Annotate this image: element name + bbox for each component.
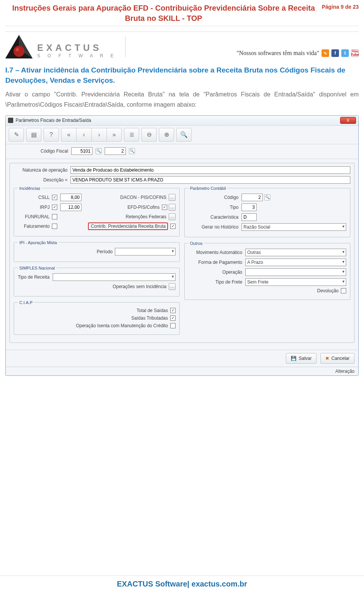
descricao-input[interactable] <box>71 176 350 184</box>
toolbar-remove-button[interactable]: ⊖ <box>141 128 157 142</box>
devolucao-checkbox[interactable] <box>341 288 346 293</box>
tipo-label: Tipo <box>188 205 242 210</box>
gerar-historico-select[interactable]: Razão Social <box>242 223 346 231</box>
toolbar-first-button[interactable]: « <box>61 128 76 142</box>
toolbar-last-button[interactable]: » <box>107 128 122 142</box>
codigo-fiscal-row: Código Fiscal 🔍 🔍 <box>6 144 358 159</box>
facebook-icon[interactable]: f <box>331 49 339 57</box>
toolbar-search-button[interactable]: 🔍 <box>176 128 191 142</box>
descricao-label: Descrição = <box>14 177 71 183</box>
faturamento-label: Faturamento <box>18 224 52 229</box>
tipo-receita-select[interactable] <box>53 273 176 281</box>
window-icon <box>8 118 13 123</box>
toolbar-next-button[interactable]: › <box>91 128 107 142</box>
total-saidas-label: Total de Saídas <box>18 308 170 313</box>
csll-checkbox[interactable]: ✓ <box>52 195 57 200</box>
toolbar-add-button[interactable]: ⊕ <box>159 128 174 142</box>
tipo-frete-select[interactable]: Sem Frete <box>245 278 346 286</box>
toolbar-list-button[interactable]: ≣ <box>124 128 139 142</box>
periodo-label: Período <box>18 249 115 254</box>
contrib-label: Contrib. Previdenciária Receita Bruta <box>91 224 166 229</box>
simples-legend: SIMPLES Nacional <box>18 266 56 270</box>
op-isenta-label: Operação Isenta com Manutenção do Crédit… <box>18 323 170 328</box>
rss-icon[interactable]: ∿ <box>322 49 329 57</box>
natureza-input[interactable] <box>71 166 350 174</box>
brand-name-bottom: S O F T W A R E <box>37 53 117 58</box>
brand-logo-icon <box>5 35 33 58</box>
op-isenta-checkbox[interactable] <box>170 323 176 328</box>
brand-row: EXACTUS S O F T W A R E "Nossos software… <box>5 35 359 58</box>
forma-pag-label: Forma de Pagamento <box>188 260 245 265</box>
faturamento-checkbox[interactable] <box>52 224 57 229</box>
efd-label: EFD-PIS/Cofins <box>82 205 162 210</box>
main-fieldset: Natureza de operação Descrição = Incidên… <box>9 163 355 343</box>
outros-group: Outros Movimento Automático Outras Forma… <box>184 241 350 300</box>
cancelar-button[interactable]: ✖ Cancelar <box>320 353 355 364</box>
cancel-icon: ✖ <box>325 356 329 361</box>
lookup-icon[interactable]: 🔍 <box>129 148 135 154</box>
codigo-fiscal-input-2[interactable] <box>105 147 126 155</box>
toolbar-help-button[interactable]: ? <box>44 128 59 142</box>
incidencias-group: Incidências CSLL ✓ DACON - PIS/COFINS … … <box>14 186 180 237</box>
section-body: Ativar o campo "Contrib. Previdenciária … <box>5 89 359 110</box>
tipo-input[interactable] <box>242 203 257 211</box>
save-icon: 💾 <box>291 356 297 361</box>
tipo-receita-label: Tipo de Receita <box>18 274 53 280</box>
brand-name-top: EXACTUS <box>37 43 117 53</box>
funrural-label: FUNRURAL <box>18 214 52 219</box>
salvar-button[interactable]: 💾 Salvar <box>286 353 317 364</box>
ipi-legend: IPI - Apuração Mista <box>18 240 58 245</box>
retencoes-button[interactable]: … <box>169 213 176 220</box>
efd-checkbox[interactable]: ✓ <box>162 205 167 210</box>
dacon-label: DACON - PIS/COFINS <box>82 195 169 200</box>
contrib-checkbox[interactable]: ✓ <box>170 224 176 229</box>
document-title: Instruções Gerais para Apuração EFD - Co… <box>5 3 322 24</box>
csll-input[interactable] <box>60 194 82 201</box>
window-close-button[interactable]: X <box>340 117 356 124</box>
op-sem-incid-button[interactable]: … <box>169 283 176 290</box>
document-header: Instruções Gerais para Apuração EFD - Co… <box>5 3 359 26</box>
dacon-button[interactable]: … <box>169 194 176 201</box>
youtube-icon[interactable]: You Tube <box>351 49 359 57</box>
gerar-historico-label: Gerar no Histórico <box>188 224 242 230</box>
codigo-fiscal-input-1[interactable] <box>71 147 93 155</box>
mov-auto-select[interactable]: Outras <box>245 249 346 256</box>
simples-group: SIMPLES Nacional Tipo de Receita Operaçõ… <box>14 266 180 296</box>
periodo-select[interactable] <box>115 248 176 255</box>
saidas-trib-label: Saídas Tributadas <box>18 315 170 321</box>
devolucao-label: Devolução <box>317 288 341 293</box>
operacao-label: Operação <box>188 270 245 275</box>
svg-point-3 <box>16 48 19 52</box>
toolbar-prev-button[interactable]: ‹ <box>76 128 91 142</box>
mov-auto-label: Movimento Automático <box>188 250 245 255</box>
window-title: Parâmetros Fiscais de Entrada/Saída <box>16 118 91 123</box>
window-titlebar: Parâmetros Fiscais de Entrada/Saída X <box>6 116 358 126</box>
codigo-input[interactable] <box>242 194 263 201</box>
lookup-icon[interactable]: 🔍 <box>96 148 102 154</box>
efd-button[interactable]: … <box>169 204 176 211</box>
window-status-bar: Alteração <box>6 367 358 375</box>
codigo-fiscal-label: Código Fiscal <box>41 148 68 154</box>
app-window: Parâmetros Fiscais de Entrada/Saída X ✎ … <box>5 115 359 376</box>
caracteristica-input[interactable] <box>242 213 257 221</box>
total-saidas-checkbox[interactable]: ✓ <box>170 308 176 313</box>
saidas-trib-checkbox[interactable]: ✓ <box>170 315 176 321</box>
tipo-frete-label: Tipo de Frete <box>188 279 245 285</box>
brand-tagline: "Nossos softwares têm mais vida" <box>237 50 319 57</box>
lookup-icon[interactable]: 🔍 <box>264 194 270 200</box>
irpj-checkbox[interactable]: ✓ <box>52 205 57 210</box>
forma-pag-select[interactable]: A Prazo <box>245 259 346 266</box>
toolbar-edit-button[interactable]: ✎ <box>9 128 24 142</box>
parametro-contabil-group: Parâmetro Contábil Código 🔍 Tipo <box>184 186 350 237</box>
contrib-highlight: Contrib. Previdenciária Receita Bruta <box>88 222 168 230</box>
twitter-icon[interactable]: t <box>341 49 349 57</box>
outros-legend: Outros <box>188 241 204 246</box>
retencoes-label: Retenções Federais <box>82 214 169 219</box>
operacao-select[interactable] <box>245 268 346 276</box>
ipi-group: IPI - Apuração Mista Período <box>14 240 180 262</box>
toolbar-calc-button[interactable]: ▤ <box>26 128 41 142</box>
irpj-input[interactable] <box>60 203 82 211</box>
op-sem-incid-label: Operações sem Incidência <box>18 284 169 289</box>
divider <box>5 32 359 32</box>
funrural-checkbox[interactable] <box>52 214 57 219</box>
